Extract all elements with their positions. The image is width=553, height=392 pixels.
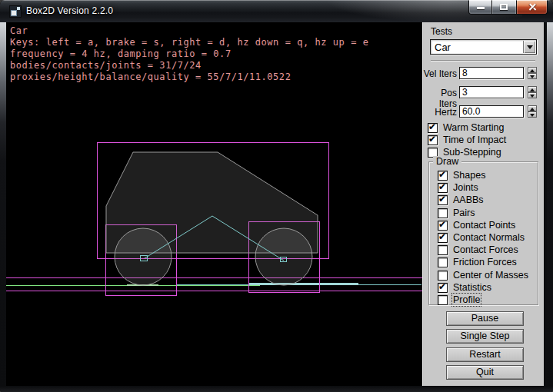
window-border-right: [547, 22, 553, 386]
checkbox-label-time-of-impact[interactable]: Time of Impact: [443, 135, 506, 145]
tests-dropdown[interactable]: Car: [430, 39, 537, 55]
app-icon: [9, 5, 22, 18]
spinner-row-pos-iters: Pos Iters: [423, 87, 545, 99]
checkmark-icon: ✔: [438, 281, 446, 292]
vel-iters-label: Vel Iters: [423, 68, 457, 79]
separator: [431, 60, 535, 61]
checkmark-icon: ✔: [438, 219, 446, 230]
vel-iters-spinner: [528, 67, 537, 79]
debug-text-line: frequency = 4 hz, damping ratio = 0.7: [10, 48, 368, 60]
checkbox-contact-normals[interactable]: ✔: [438, 233, 448, 243]
checkbox-statistics[interactable]: ✔: [438, 283, 448, 293]
maximize-icon: [500, 4, 508, 10]
debug-text-line: bodies/contacts/joints = 31/7/24: [10, 60, 368, 71]
checkmark-icon: ✔: [438, 169, 446, 180]
checkbox-label-joints[interactable]: Joints: [453, 182, 478, 193]
debug-text: CarKeys: left = a, brake = s, right = d,…: [10, 25, 368, 83]
checkbox-label-contact-points[interactable]: Contact Points: [453, 220, 515, 231]
close-button[interactable]: [516, 0, 548, 15]
arrow-down-icon: [530, 95, 535, 98]
checkbox-label-friction-forces[interactable]: Friction Forces: [453, 257, 517, 267]
checkbox-label-pairs[interactable]: Pairs: [453, 208, 475, 218]
caption-buttons: [468, 0, 548, 15]
checkbox-label-contact-forces[interactable]: Contact Forces: [453, 244, 518, 255]
arrow-up-icon: [530, 108, 535, 111]
maximize-button[interactable]: [492, 0, 516, 15]
hertz-spinner: [528, 105, 537, 118]
hertz-label: Hertz: [423, 107, 457, 118]
checkbox-label-profile[interactable]: Profile: [453, 294, 480, 305]
checkbox-profile[interactable]: [438, 295, 448, 305]
checkbox-label-aabbs[interactable]: AABBs: [453, 194, 484, 205]
spinner-row-vel-iters: Vel Iters: [423, 68, 545, 80]
draw-groupbox: Draw ✔Shapes✔Joints✔AABBsPairs✔Contact P…: [428, 161, 538, 305]
control-sidebar: Tests Car Vel ItersPos ItersHertz ✔Warm …: [422, 22, 544, 386]
pos-iters-spinner: [528, 86, 537, 98]
checkbox-time-of-impact[interactable]: ✔: [428, 135, 438, 145]
window-border-bottom: [0, 386, 553, 392]
tests-dropdown-value: Car: [435, 42, 451, 53]
checkbox-contact-points[interactable]: ✔: [438, 221, 448, 231]
checkmark-icon: ✔: [438, 181, 446, 192]
chevron-down-icon: [527, 45, 533, 49]
app-window: Box2D Version 2.2.0: [0, 0, 553, 392]
window-border-left: [0, 22, 6, 386]
tests-dropdown-button[interactable]: [523, 41, 535, 53]
quit-button[interactable]: Quit: [446, 365, 524, 380]
tests-label: Tests: [431, 26, 452, 37]
pause-button[interactable]: Pause: [446, 311, 524, 326]
draw-group-title: Draw: [433, 156, 461, 167]
checkbox-label-warm-starting[interactable]: Warm Starting: [443, 122, 504, 133]
vel-iters-input[interactable]: [459, 67, 524, 79]
checkmark-icon: ✔: [438, 231, 446, 242]
single-step-button[interactable]: Single Step: [446, 329, 524, 344]
checkbox-label-shapes[interactable]: Shapes: [453, 170, 485, 181]
arrow-down-icon: [530, 114, 535, 117]
front-wheel-shape: [115, 228, 172, 285]
minimize-button[interactable]: [468, 0, 492, 15]
checkbox-aabbs[interactable]: ✔: [438, 195, 448, 205]
hertz-spinner-up-button[interactable]: [528, 105, 537, 111]
checkbox-label-center-of-masses[interactable]: Center of Masses: [453, 270, 528, 281]
vel-iters-spinner-down-button[interactable]: [528, 73, 537, 79]
checkmark-icon: ✔: [438, 194, 446, 204]
minimize-icon: [477, 7, 485, 9]
restart-button[interactable]: Restart: [446, 347, 524, 362]
debug-text-line: Keys: left = a, brake = s, right = d, hz…: [10, 37, 368, 48]
checkbox-joints[interactable]: ✔: [438, 183, 448, 193]
checkbox-label-statistics[interactable]: Statistics: [453, 282, 491, 293]
checkbox-center-of-masses[interactable]: [438, 271, 448, 281]
window-title: Box2D Version 2.2.0: [26, 5, 113, 16]
hertz-spinner-down-button[interactable]: [528, 111, 537, 118]
checkbox-warm-starting[interactable]: ✔: [428, 123, 438, 133]
titlebar[interactable]: Box2D Version 2.2.0: [0, 0, 553, 22]
close-icon: [528, 3, 537, 12]
debug-text-line: proxies/height/balance/quality = 55/7/1/…: [10, 71, 368, 83]
hertz-input[interactable]: [459, 105, 524, 118]
pos-iters-input[interactable]: [459, 86, 524, 98]
simulation-canvas[interactable]: CarKeys: left = a, brake = s, right = d,…: [6, 22, 422, 386]
checkbox-label-contact-normals[interactable]: Contact Normals: [453, 232, 525, 243]
checkmark-icon: ✔: [428, 121, 436, 132]
checkmark-icon: ✔: [428, 134, 436, 145]
pos-iters-spinner-down-button[interactable]: [528, 92, 537, 98]
checkbox-friction-forces[interactable]: [438, 257, 448, 267]
arrow-up-icon: [530, 69, 535, 72]
vel-iters-spinner-up-button[interactable]: [528, 67, 537, 73]
checkbox-pairs[interactable]: [438, 208, 448, 218]
arrow-up-icon: [530, 88, 535, 91]
spinner-row-hertz: Hertz: [423, 106, 545, 118]
debug-text-line: Car: [10, 25, 368, 37]
checkbox-shapes[interactable]: ✔: [438, 171, 448, 181]
pos-iters-spinner-up-button[interactable]: [528, 86, 537, 92]
arrow-down-icon: [530, 75, 535, 78]
checkbox-contact-forces[interactable]: [438, 245, 448, 255]
